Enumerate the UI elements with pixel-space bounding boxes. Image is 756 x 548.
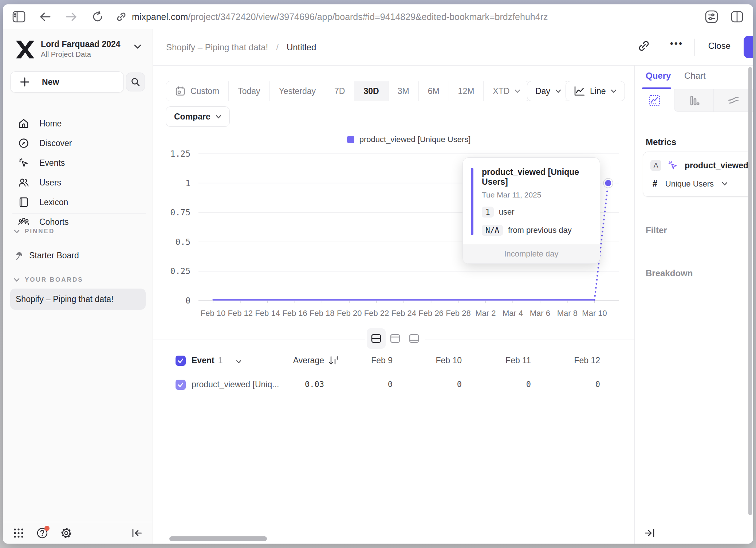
new-button[interactable]: New xyxy=(10,71,124,93)
sidebar-item-home[interactable]: Home xyxy=(3,114,153,133)
select-all-checkbox[interactable] xyxy=(176,356,186,366)
range-30d-selected[interactable]: 30D xyxy=(354,81,388,101)
date-range-control: Custom Today Yesterday 7D 30D 3M 6M 12M … xyxy=(166,81,530,101)
sidebar-item-label: Cohorts xyxy=(39,217,69,227)
sidebar-item-label: Events xyxy=(39,158,65,168)
workspace-name: Lord Farquaad 2024 xyxy=(41,39,121,50)
date-column-header[interactable]: Feb 9 xyxy=(346,356,415,365)
range-3m[interactable]: 3M xyxy=(389,81,419,101)
report-canvas: Custom Today Yesterday 7D 30D 3M 6M 12M … xyxy=(153,66,634,544)
sort-icon[interactable] xyxy=(328,356,338,367)
chevron-down-icon xyxy=(216,115,221,119)
workspace-switcher[interactable]: Lord Farquaad 2024 All Project Data xyxy=(15,39,121,60)
browser-reload-button[interactable] xyxy=(90,9,106,25)
chevron-down-icon[interactable] xyxy=(236,359,241,365)
table-header-row: Event1 Average Feb 9 Feb 10 Feb 11 Feb 1… xyxy=(153,350,634,373)
close-button[interactable]: Close xyxy=(708,41,731,51)
hash-icon: # xyxy=(653,179,657,189)
range-7d[interactable]: 7D xyxy=(325,81,354,101)
metric-card[interactable]: A product_viewed # Unique Users xyxy=(643,152,752,197)
event-column-header[interactable]: Event1 xyxy=(192,356,223,365)
grid-icon xyxy=(13,528,24,539)
sidebar-item-lexicon[interactable]: Lexicon xyxy=(3,192,153,212)
range-label: 12M xyxy=(458,86,475,96)
your-boards-section-header[interactable]: YOUR BOARDS xyxy=(14,276,83,283)
save-button-clipped[interactable] xyxy=(744,36,753,58)
range-6m[interactable]: 6M xyxy=(419,81,449,101)
row-checkbox[interactable] xyxy=(176,380,186,390)
breakdown-heading[interactable]: Breakdown xyxy=(646,268,693,278)
tooltip-delta: N/A xyxy=(482,225,503,236)
chart-type-dropdown[interactable]: Line xyxy=(566,81,625,101)
settings-button[interactable] xyxy=(60,527,72,539)
insights-subtab[interactable] xyxy=(635,89,674,112)
collapse-panel-button[interactable] xyxy=(644,528,655,538)
search-button[interactable] xyxy=(126,73,145,91)
svg-text:Feb 10: Feb 10 xyxy=(201,309,226,318)
browser-split-view-button[interactable] xyxy=(729,9,745,25)
table-row[interactable]: product_viewed [Uniq... 0.03 0 0 0 0 xyxy=(153,373,634,397)
layout-toggle-group xyxy=(365,327,425,350)
browser-back-button[interactable] xyxy=(37,9,53,25)
date-column-header[interactable]: Feb 10 xyxy=(415,356,484,365)
svg-text:1.25: 1.25 xyxy=(170,149,190,158)
range-custom[interactable]: Custom xyxy=(166,81,229,101)
collapse-sidebar-button[interactable] xyxy=(131,528,142,538)
sidebar-nav: Home Discover Events Users Lexicon xyxy=(3,114,153,232)
range-label: 6M xyxy=(428,86,440,96)
metric-aggregation[interactable]: Unique Users xyxy=(665,179,714,189)
date-column-header[interactable]: Feb 11 xyxy=(484,356,554,365)
workspace-chevron-icon[interactable] xyxy=(133,44,142,51)
layout-chart-focus-button[interactable] xyxy=(386,328,405,349)
sidebar-item-starter-board[interactable]: Starter Board xyxy=(14,251,79,261)
breadcrumb-page[interactable]: Untitled xyxy=(287,42,316,52)
panel-scrollbar-thumb[interactable] xyxy=(748,67,752,515)
search-icon xyxy=(131,77,140,87)
sidebar-item-discover[interactable]: Discover xyxy=(3,133,153,153)
workspace-scope: All Project Data xyxy=(41,50,121,59)
address-bar[interactable]: mixpanel.com/project/3472420/view/397469… xyxy=(116,11,696,22)
horizontal-scrollbar-thumb[interactable] xyxy=(169,536,267,541)
average-column-header[interactable]: Average xyxy=(273,356,324,365)
range-today[interactable]: Today xyxy=(229,81,269,101)
range-xtd[interactable]: XTD xyxy=(484,81,529,101)
layout-table-focus-button[interactable] xyxy=(405,328,424,349)
help-button[interactable] xyxy=(36,527,48,539)
back-arrow-icon xyxy=(39,12,51,22)
insights-icon xyxy=(648,94,661,107)
date-column-header[interactable]: Feb 12 xyxy=(554,356,623,365)
layout-split-button[interactable] xyxy=(367,328,386,349)
filter-heading[interactable]: Filter xyxy=(646,225,667,235)
flows-subtab[interactable] xyxy=(713,89,753,112)
click-icon xyxy=(18,157,29,168)
sidebar-item-label: Users xyxy=(39,178,61,188)
more-options-button[interactable]: ••• xyxy=(670,38,683,49)
chart-type-label: Line xyxy=(590,86,606,96)
browser-reader-settings-button[interactable] xyxy=(704,9,720,25)
chart-legend[interactable]: product_viewed [Unique Users] xyxy=(198,135,619,144)
tab-query[interactable]: Query xyxy=(646,71,671,81)
compare-dropdown[interactable]: Compare xyxy=(166,106,230,127)
svg-text:1: 1 xyxy=(185,179,190,188)
range-12m[interactable]: 12M xyxy=(449,81,484,101)
link-icon xyxy=(637,39,650,52)
breadcrumb-board[interactable]: Shopify – Piping that data! xyxy=(166,42,268,52)
calendar-icon xyxy=(175,86,185,96)
svg-text:0.25: 0.25 xyxy=(170,266,190,276)
svg-text:Feb 24: Feb 24 xyxy=(391,309,417,318)
sidebar-item-board-selected[interactable]: Shopify – Piping that data! xyxy=(10,289,146,310)
sidebar-item-users[interactable]: Users xyxy=(3,173,153,192)
browser-forward-button[interactable] xyxy=(63,9,79,25)
copy-link-button[interactable] xyxy=(637,39,650,54)
apps-grid-button[interactable] xyxy=(13,528,24,539)
pinned-section-header[interactable]: PINNED xyxy=(14,228,55,235)
event-label: Event xyxy=(192,356,214,365)
svg-text:Feb 18: Feb 18 xyxy=(310,309,335,318)
tab-chart[interactable]: Chart xyxy=(684,71,706,81)
browser-sidebar-toggle-button[interactable] xyxy=(11,9,27,25)
range-yesterday[interactable]: Yesterday xyxy=(270,81,325,101)
funnels-subtab[interactable] xyxy=(674,89,714,112)
svg-text:0.75: 0.75 xyxy=(170,208,190,217)
granularity-dropdown[interactable]: Day xyxy=(527,81,570,101)
sidebar-item-events[interactable]: Events xyxy=(3,153,153,173)
